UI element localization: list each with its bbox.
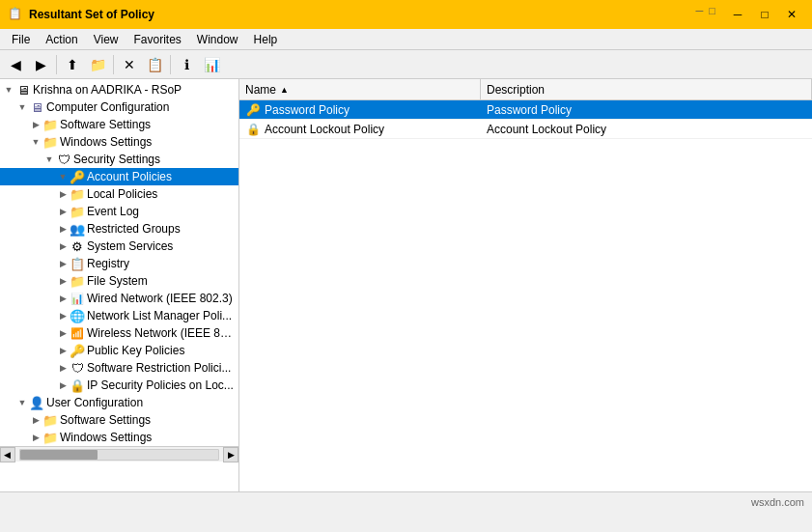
- menu-help[interactable]: Help: [246, 31, 286, 48]
- software-restriction-label: Software Restriction Polici...: [87, 361, 231, 375]
- windows-settings-expander[interactable]: ▼: [29, 135, 42, 149]
- detail-panel: Name ▲ Description 🔑 Password Policy Pas…: [239, 79, 812, 491]
- toolbar-report[interactable]: 📊: [200, 53, 223, 76]
- event-log-expander[interactable]: ▶: [56, 205, 70, 218]
- network-list-expander[interactable]: ▶: [56, 309, 70, 322]
- tree-user-config[interactable]: ▼ 👤 User Configuration: [0, 394, 238, 411]
- close-button[interactable]: ✕: [779, 5, 804, 24]
- tree-system-services[interactable]: ▶ ⚙ System Services: [0, 238, 238, 255]
- menu-file[interactable]: File: [4, 31, 38, 48]
- tree-computer-config[interactable]: ▼ 🖥 Computer Configuration: [0, 98, 238, 116]
- tree-security-settings[interactable]: ▼ 🛡 Security Settings: [0, 151, 238, 168]
- menu-favorites[interactable]: Favorites: [126, 31, 189, 48]
- col-header-name[interactable]: Name ▲: [239, 79, 481, 99]
- ip-security-expander[interactable]: ▶: [56, 378, 70, 392]
- row-name-0: Password Policy: [265, 103, 350, 117]
- menu-window[interactable]: Window: [189, 31, 246, 48]
- toolbar-up[interactable]: ⬆: [61, 53, 84, 76]
- toolbar-info[interactable]: ℹ: [175, 53, 198, 76]
- tree-root[interactable]: ▼ 🖥 Krishna on AADRIKA - RSoP: [0, 81, 238, 98]
- toolbar-delete[interactable]: ✕: [118, 53, 141, 76]
- root-expander[interactable]: ▼: [2, 83, 15, 97]
- tree-account-policies[interactable]: ▼ 🔑 Account Policies: [0, 168, 238, 185]
- col-header-desc[interactable]: Description: [481, 79, 812, 99]
- software-restriction-icon: 🛡: [70, 360, 85, 376]
- registry-expander[interactable]: ▶: [56, 257, 70, 270]
- hscroll-thumb[interactable]: [20, 450, 98, 460]
- row-desc-1: Account Lockout Policy: [487, 123, 606, 136]
- user-config-expander[interactable]: ▼: [15, 396, 29, 409]
- app-icon: 📋: [8, 7, 23, 22]
- hscroll-left[interactable]: ◀: [0, 447, 15, 462]
- user-windows-expander[interactable]: ▶: [29, 431, 42, 444]
- tree-file-system[interactable]: ▶ 📁 File System: [0, 272, 238, 290]
- tree-hscrollbar[interactable]: ◀ ▶: [0, 446, 238, 462]
- menu-action[interactable]: Action: [38, 31, 85, 48]
- inner-restore-max[interactable]: □: [709, 5, 715, 24]
- account-policies-icon: 🔑: [70, 169, 85, 184]
- security-settings-icon: 🛡: [56, 152, 71, 167]
- status-bar: wsxdn.com: [0, 491, 812, 511]
- tree-windows-settings[interactable]: ▼ 📁 Windows Settings: [0, 133, 238, 151]
- toolbar-sep-1: [56, 55, 57, 74]
- tree-software-settings[interactable]: ▶ 📁 Software Settings: [0, 116, 238, 133]
- ip-security-label: IP Security Policies on Loc...: [87, 378, 234, 392]
- wired-network-expander[interactable]: ▶: [56, 292, 70, 305]
- tree-event-log[interactable]: ▶ 📁 Event Log: [0, 203, 238, 220]
- col-desc-label: Description: [487, 83, 545, 97]
- software-restriction-expander[interactable]: ▶: [56, 361, 70, 375]
- root-icon: 🖥: [15, 82, 31, 98]
- user-software-expander[interactable]: ▶: [29, 413, 42, 427]
- local-policies-expander[interactable]: ▶: [56, 187, 70, 201]
- tree-registry[interactable]: ▶ 📋 Registry: [0, 255, 238, 272]
- minimize-button[interactable]: ─: [725, 5, 750, 24]
- tree-local-policies[interactable]: ▶ 📁 Local Policies: [0, 185, 238, 203]
- detail-row-account-lockout[interactable]: 🔒 Account Lockout Policy Account Lockout…: [239, 120, 812, 139]
- hscroll-track[interactable]: [19, 449, 219, 461]
- user-software-label: Software Settings: [60, 413, 151, 427]
- row-icon-1: 🔒: [245, 122, 261, 137]
- software-settings-expander[interactable]: ▶: [29, 118, 42, 131]
- windows-settings-label: Windows Settings: [60, 135, 152, 149]
- menu-bar: File Action View Favorites Window Help: [0, 29, 812, 50]
- tree-restricted-groups[interactable]: ▶ 👥 Restricted Groups: [0, 220, 238, 238]
- public-key-expander[interactable]: ▶: [56, 344, 70, 357]
- tree-public-key[interactable]: ▶ 🔑 Public Key Policies: [0, 342, 238, 359]
- toolbar-properties[interactable]: 📋: [143, 53, 166, 76]
- detail-row-password-policy[interactable]: 🔑 Password Policy Password Policy: [239, 100, 812, 120]
- detail-cell-desc-0: Password Policy: [481, 100, 812, 119]
- maximize-button[interactable]: □: [752, 5, 777, 24]
- security-settings-expander[interactable]: ▼: [42, 153, 56, 166]
- tree-user-windows-settings[interactable]: ▶ 📁 Windows Settings: [0, 429, 238, 446]
- tree-wired-network[interactable]: ▶ 📊 Wired Network (IEEE 802.3): [0, 290, 238, 307]
- restricted-groups-expander[interactable]: ▶: [56, 222, 70, 236]
- row-icon-0: 🔑: [245, 102, 261, 118]
- tree-panel[interactable]: ▼ 🖥 Krishna on AADRIKA - RSoP ▼ 🖥 Comput…: [0, 79, 239, 491]
- user-config-label: User Configuration: [46, 396, 143, 409]
- tree-wireless-network[interactable]: ▶ 📶 Wireless Network (IEEE 802...: [0, 324, 238, 342]
- col-name-sort-icon: ▲: [280, 85, 289, 95]
- file-system-expander[interactable]: ▶: [56, 274, 70, 288]
- toolbar-forward[interactable]: ▶: [29, 53, 52, 76]
- restricted-groups-label: Restricted Groups: [87, 222, 181, 236]
- inner-restore-min[interactable]: ─: [696, 5, 704, 24]
- tree-network-list[interactable]: ▶ 🌐 Network List Manager Poli...: [0, 307, 238, 324]
- system-services-expander[interactable]: ▶: [56, 239, 70, 253]
- root-label: Krishna on AADRIKA - RSoP: [33, 83, 182, 97]
- title-bar: 📋 Resultant Set of Policy ─ □ ─ □ ✕: [0, 0, 812, 29]
- tree-software-restriction[interactable]: ▶ 🛡 Software Restriction Polici...: [0, 359, 238, 377]
- toolbar-back[interactable]: ◀: [4, 53, 27, 76]
- tree-ip-security[interactable]: ▶ 🔒 IP Security Policies on Loc...: [0, 377, 238, 394]
- account-policies-label: Account Policies: [87, 170, 172, 183]
- toolbar-browse[interactable]: 📁: [86, 53, 109, 76]
- wireless-network-expander[interactable]: ▶: [56, 326, 70, 340]
- main-content: ▼ 🖥 Krishna on AADRIKA - RSoP ▼ 🖥 Comput…: [0, 79, 812, 491]
- computer-config-label: Computer Configuration: [46, 100, 169, 114]
- menu-view[interactable]: View: [86, 31, 126, 48]
- computer-config-expander[interactable]: ▼: [15, 100, 29, 114]
- tree-user-software-settings[interactable]: ▶ 📁 Software Settings: [0, 411, 238, 429]
- account-policies-expander[interactable]: ▼: [56, 170, 70, 183]
- title-bar-title: Resultant Set of Policy: [29, 8, 690, 21]
- hscroll-right[interactable]: ▶: [223, 447, 238, 462]
- detail-header: Name ▲ Description: [239, 79, 812, 100]
